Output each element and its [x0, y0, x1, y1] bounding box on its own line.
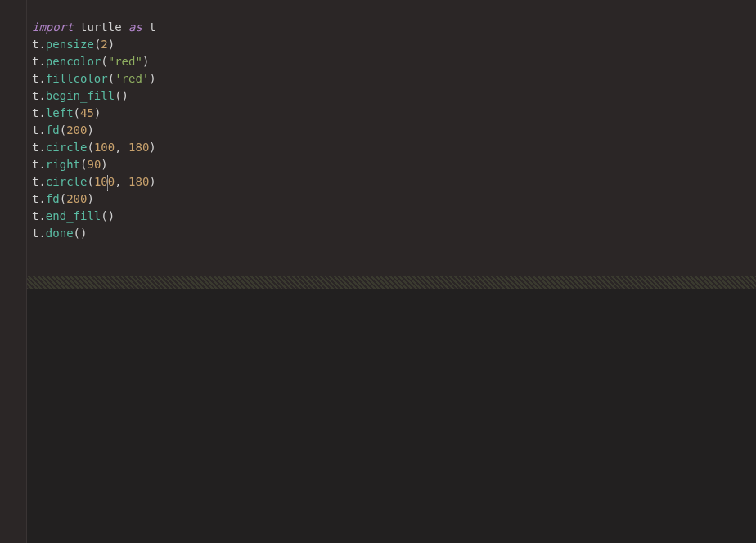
token-plain: t.: [32, 158, 46, 171]
token-func: circle: [46, 141, 88, 154]
token-punct: ): [149, 141, 155, 154]
token-plain: t.: [32, 106, 46, 119]
token-plain: t.: [32, 72, 46, 85]
end-of-code-hatch: [27, 276, 756, 289]
token-plain: t.: [32, 123, 46, 137]
token-num: 180: [128, 175, 149, 188]
token-punct: ): [94, 106, 101, 119]
code-line[interactable]: t.circle(100, 180): [32, 173, 756, 191]
token-func: end_fill: [46, 209, 101, 222]
token-punct: ): [87, 192, 93, 205]
token-func: fd: [46, 192, 60, 205]
token-plain: t.: [32, 192, 46, 205]
token-func: fillcolor: [46, 72, 108, 85]
token-func: done: [46, 227, 74, 240]
token-punct: (: [74, 106, 80, 119]
token-num: 2: [101, 38, 107, 51]
token-punct: (): [101, 209, 115, 222]
token-num: 100: [94, 175, 115, 188]
gutter: [0, 0, 27, 543]
token-punct: ): [142, 55, 149, 68]
code-line[interactable]: t.right(90): [32, 156, 756, 173]
token-func: circle: [46, 175, 88, 188]
token-kw: as: [128, 20, 142, 34]
token-punct: (: [87, 175, 93, 188]
token-plain: t: [142, 20, 156, 34]
token-plain: t.: [32, 89, 46, 102]
token-func: left: [46, 106, 74, 119]
token-num: 45: [80, 106, 94, 119]
token-punct: ): [87, 123, 93, 137]
token-punct: (: [87, 141, 93, 154]
token-str: "red": [108, 55, 142, 68]
token-plain: t.: [32, 227, 46, 240]
token-punct: ): [108, 38, 115, 51]
token-func: pensize: [46, 38, 94, 51]
code-line[interactable]: t.fd(200): [32, 122, 756, 139]
token-punct: ): [101, 158, 107, 171]
code-area[interactable]: import turtle as tt.pensize(2)t.pencolor…: [27, 0, 756, 273]
text-cursor: [107, 175, 108, 191]
code-line[interactable]: t.begin_fill(): [32, 88, 756, 105]
code-line[interactable]: t.circle(100, 180): [32, 139, 756, 156]
token-func: begin_fill: [46, 89, 115, 102]
token-plain: t.: [32, 175, 46, 188]
token-plain: t.: [32, 38, 46, 51]
token-punct: ): [149, 72, 155, 85]
token-kw: import: [32, 20, 74, 34]
code-column: import turtle as tt.pensize(2)t.pencolor…: [27, 0, 756, 543]
code-line[interactable]: t.pensize(2): [32, 36, 756, 53]
token-plain: t.: [32, 55, 46, 68]
token-num: 200: [66, 123, 87, 137]
token-func: fd: [46, 123, 60, 137]
token-num: 180: [128, 141, 149, 154]
token-plain: turtle: [74, 20, 128, 34]
code-line[interactable]: import turtle as t: [32, 19, 756, 36]
code-editor[interactable]: import turtle as tt.pensize(2)t.pencolor…: [0, 0, 756, 543]
code-line[interactable]: t.left(45): [32, 105, 756, 122]
token-punct: (: [60, 192, 66, 205]
code-line[interactable]: t.pencolor("red"): [32, 53, 756, 70]
token-punct: (): [74, 227, 88, 240]
token-plain: t.: [32, 141, 46, 154]
token-num: 100: [94, 141, 115, 154]
code-line[interactable]: t.done(): [32, 225, 756, 242]
token-func: right: [46, 158, 80, 171]
token-punct: ): [149, 175, 155, 188]
token-num: 200: [66, 192, 87, 205]
token-punct: ,: [115, 175, 128, 188]
code-line[interactable]: t.fillcolor('red'): [32, 70, 756, 88]
token-plain: t.: [32, 209, 46, 222]
token-punct: ,: [115, 141, 128, 154]
token-punct: (: [60, 123, 66, 137]
token-punct: (: [101, 55, 107, 68]
empty-editor-region[interactable]: [27, 289, 756, 544]
token-func: pencolor: [46, 55, 101, 68]
token-punct: (: [108, 72, 115, 85]
code-line[interactable]: t.end_fill(): [32, 208, 756, 225]
code-line[interactable]: t.fd(200): [32, 191, 756, 208]
token-str: 'red': [115, 72, 149, 85]
token-num: 90: [87, 158, 101, 171]
token-punct: (): [115, 89, 128, 102]
